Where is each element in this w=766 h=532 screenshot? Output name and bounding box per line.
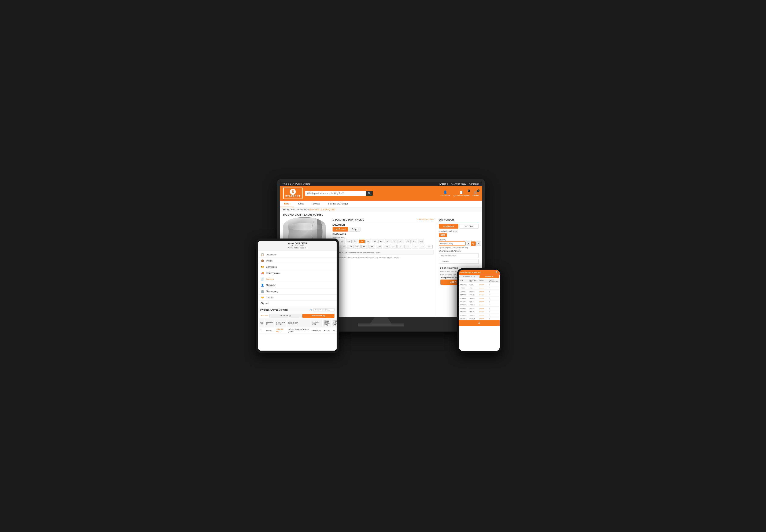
quotation-count: 0 [468, 189, 470, 192]
dim-70[interactable]: 70 [385, 240, 391, 243]
execution-hot-formed[interactable]: Hot Formed [333, 227, 348, 232]
dim-45[interactable]: 45 [352, 240, 358, 243]
invoices-label: Invoices [266, 278, 274, 280]
header-actions: 👤 X.Collombe 📋 0 Quotation Request 🛒 0 B… [440, 190, 478, 196]
row-checkbox[interactable] [259, 327, 265, 334]
quotation-request[interactable]: 📋 0 Quotation Request [454, 190, 469, 196]
tab-standard[interactable]: STANDARD [439, 224, 458, 229]
tab-processed[interactable]: PROCESSED (5) [302, 314, 334, 318]
dim-160[interactable]: 160 [369, 245, 375, 248]
dim-180[interactable]: 180 [383, 245, 389, 248]
dim-130[interactable]: 130 [347, 245, 354, 248]
nav-tab-bars[interactable]: Bars [280, 201, 293, 207]
row-stappert-ref[interactable]: 376074-001 [275, 327, 286, 334]
download-icon-1[interactable]: ⬇ [489, 287, 499, 289]
tab-ongoing[interactable]: ON GOING (0) [269, 314, 301, 318]
download-icon-3[interactable]: ⬇ [489, 294, 499, 295]
dim-90[interactable]: 90 [411, 240, 417, 243]
logo-icon: S [290, 189, 296, 195]
unit-m[interactable]: m [476, 241, 481, 246]
sign-out[interactable]: Sign out [258, 301, 337, 306]
phone-row-2: 17/12/2023 €7,788.72 Invoiced ⬇ [459, 290, 500, 293]
search-input[interactable] [305, 191, 373, 196]
tablet-nav-certificates[interactable]: 🎫 Certificates [258, 264, 337, 270]
breadcrumb-bars[interactable]: Bars [291, 208, 295, 211]
row-date: 29/08/2023 [310, 327, 322, 334]
tab-cutting[interactable]: CUTTING [459, 224, 479, 229]
col-invoice-date: INVOICE DATE [310, 319, 322, 327]
dim-75[interactable]: 75 [392, 240, 397, 243]
tablet-nav-quotations[interactable]: 📋 Quotations [258, 252, 337, 258]
quotations-label: Quotations [266, 254, 276, 256]
download-icon-0[interactable]: ⬇ [489, 284, 499, 285]
dim-100[interactable]: 100 [418, 240, 424, 243]
phone-tab-ongoing[interactable]: IN PROGRESS (18) [459, 275, 479, 278]
basket-count: 0 [477, 189, 480, 192]
download-icon-5[interactable]: ⬇ [489, 301, 499, 302]
download-icon-7[interactable]: ⬇ [489, 307, 499, 309]
breadcrumb-round-bars[interactable]: Round bars [297, 208, 308, 211]
goto-website-link[interactable]: < Go to STAPPERT's website [282, 183, 310, 185]
phone-rows-container: 24/01/2024 €37.50 Invoiced ⬇ 04/01/2024 … [459, 283, 500, 320]
unit-kg[interactable]: kg [471, 241, 476, 246]
contact-link[interactable]: Contact us [469, 183, 480, 185]
tablet-nav-orders[interactable]: 📦 Orders [258, 258, 337, 264]
scene: < Go to STAPPERT's website English +31 4… [256, 179, 510, 353]
quotation-icon: 📋 [459, 190, 463, 194]
dim-65[interactable]: 65 [378, 240, 384, 243]
quantity-input[interactable] [439, 241, 466, 246]
reset-filters-top[interactable]: ↺ Reset filters [417, 218, 433, 221]
tablet-nav-company[interactable]: 🏢 My company [258, 288, 337, 295]
phone-row-0: 24/01/2024 €37.50 Invoiced ⬇ [459, 283, 500, 286]
dim-60[interactable]: 60 [372, 240, 378, 243]
col-invoice-no: INVOICE N° [265, 319, 274, 327]
invoices-search-input[interactable] [313, 308, 334, 311]
dim-40[interactable]: 40 [346, 240, 352, 243]
dim-150[interactable]: 150 [361, 245, 368, 248]
dim-120[interactable]: 120 [340, 245, 346, 248]
comment-input[interactable] [439, 259, 479, 264]
nav-tab-sheets[interactable]: Sheets [308, 201, 324, 207]
page-title: ROUND BAR | 1.4006+QT650 [280, 212, 482, 217]
download-icon-6[interactable]: ⬇ [489, 304, 499, 306]
basket[interactable]: 🛒 0 Basket [473, 190, 479, 196]
nav-tab-fittings[interactable]: Fittings and flanges [324, 201, 352, 207]
col-price-incl: PRICE (INC. VAT) [332, 319, 336, 327]
filter-label: FILTER [262, 315, 268, 317]
search-button[interactable]: 🔍 [366, 191, 373, 196]
dim-140[interactable]: 140 [354, 245, 361, 248]
phone-row-3: 03/11/2023 €410.50 Invoiced ⬇ [459, 293, 500, 296]
disclaimer-text: Prices may slightly differ in a specific… [333, 256, 434, 259]
diameter-grid-row2: 110 120 130 140 150 160 170 180 200 210 … [333, 245, 434, 248]
download-icon-2[interactable]: ⬇ [489, 291, 499, 292]
download-icon-8[interactable]: ⬇ [489, 311, 499, 312]
search-icon-tablet: 🔍 [310, 309, 312, 311]
dim-80[interactable]: 80 [398, 240, 404, 243]
dim-50[interactable]: 50 [359, 240, 365, 243]
dim-85[interactable]: 85 [405, 240, 411, 243]
tablet-nav-delivery[interactable]: 🚚 Delivery notes [258, 270, 337, 276]
phone-screen: ORDERS (LAST 12 MONTHS) 🔍 IN PROGRESS (1… [459, 270, 500, 351]
tablet-nav-invoices[interactable]: 🧾 Invoices [258, 276, 337, 282]
internal-reference-input[interactable] [439, 253, 479, 258]
dim-55[interactable]: 55 [365, 240, 371, 243]
language-selector[interactable]: English [440, 183, 448, 185]
execution-forged[interactable]: Forged [349, 227, 360, 232]
breadcrumb-home[interactable]: Home [283, 208, 289, 211]
phone-tab-invoiced[interactable]: INVOICED (5) [480, 275, 499, 278]
download-icon-10[interactable]: ⬇ [489, 318, 499, 319]
download-icon-4[interactable]: ⬇ [489, 297, 499, 299]
unit-p[interactable]: p [466, 241, 470, 246]
user-profile[interactable]: 👤 X.Collombe [440, 190, 450, 196]
filter-button[interactable]: ▼ FILTER [260, 315, 268, 317]
tablet-nav-contact[interactable]: 🤝 Contact [258, 295, 337, 301]
dim-170[interactable]: 170 [376, 245, 382, 248]
logo[interactable]: S STAPPERT [283, 188, 303, 199]
nav-tab-tubes[interactable]: Tubes [293, 201, 308, 207]
tablet-nav-profile[interactable]: 👤 My profile [258, 282, 337, 288]
dim-35[interactable]: 35 [339, 240, 345, 243]
svg-rect-3 [283, 218, 317, 227]
phone-search-icon[interactable]: 🔍 [496, 271, 498, 273]
download-icon-9[interactable]: ⬇ [489, 314, 499, 316]
checkbox[interactable] [260, 329, 262, 331]
